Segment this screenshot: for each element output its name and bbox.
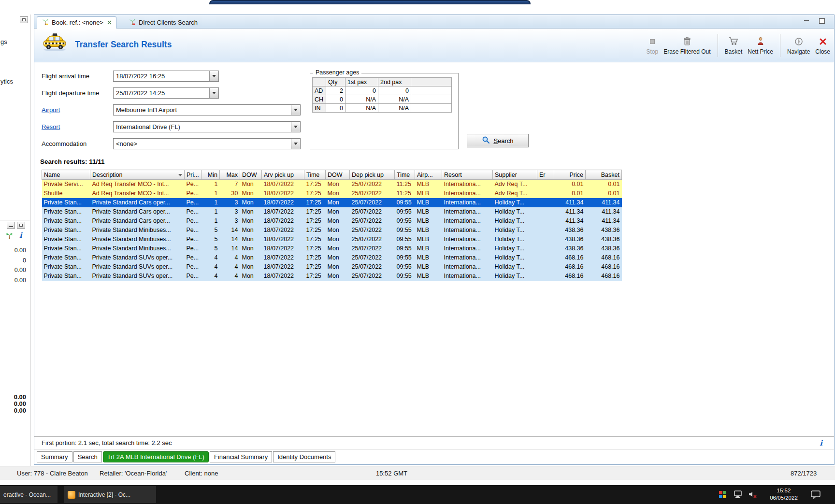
pane-minimize-button[interactable] bbox=[7, 222, 15, 229]
column-header[interactable]: Airp... bbox=[415, 170, 442, 180]
pax-row-children[interactable]: CH 0 N/A N/A bbox=[313, 95, 452, 104]
taskbar-item-2[interactable]: Interactive [2] - Oc... bbox=[64, 486, 156, 503]
flight-arrival-time-input[interactable] bbox=[114, 71, 209, 81]
info-icon[interactable]: i bbox=[19, 231, 22, 240]
column-header[interactable]: Price bbox=[554, 170, 586, 180]
flight-departure-time-input[interactable] bbox=[114, 88, 209, 98]
tab-direct-clients-search[interactable]: Direct Clients Search bbox=[124, 16, 202, 29]
column-header[interactable]: Supplier bbox=[493, 170, 537, 180]
screen: gs ytics i 0.00 0 0.00 0.00 0.00 0.00 0.… bbox=[0, 0, 835, 504]
column-header[interactable]: Dep pick up bbox=[350, 170, 395, 180]
result-cell: Internationa... bbox=[442, 235, 493, 244]
pane-restore-button[interactable] bbox=[17, 222, 25, 229]
panel-restore-button[interactable] bbox=[20, 16, 28, 23]
result-cell: 18/07/2022 bbox=[262, 207, 304, 216]
maximize-button[interactable] bbox=[818, 18, 825, 24]
notification-icon[interactable] bbox=[811, 490, 821, 501]
dropdown-button[interactable] bbox=[291, 105, 300, 115]
result-row[interactable]: Private Servi...Ad Req Transfer MCO - In… bbox=[42, 180, 622, 189]
page-title: Transfer Search Results bbox=[75, 40, 172, 50]
resort-field bbox=[113, 121, 301, 132]
dropdown-button[interactable] bbox=[291, 139, 300, 149]
tab-book-ref[interactable]: Book. ref.: <none> bbox=[37, 16, 116, 29]
column-header[interactable]: Er bbox=[537, 170, 554, 180]
result-row[interactable]: ShuttleAd Req Transfer MCO - Int...Pe...… bbox=[42, 189, 622, 198]
column-header[interactable]: DOW bbox=[326, 170, 350, 180]
column-header[interactable]: Name bbox=[42, 170, 90, 180]
result-cell: Mon bbox=[240, 244, 262, 253]
tab-identity-documents[interactable]: Identity Documents bbox=[273, 451, 335, 462]
result-cell: 25/07/2022 bbox=[350, 180, 395, 189]
column-header[interactable]: Arv pick up bbox=[262, 170, 304, 180]
network-icon[interactable] bbox=[734, 490, 743, 501]
result-cell: Private Standard Minibuses... bbox=[90, 235, 185, 244]
status-user: User: 778 - Claire Beaton bbox=[17, 470, 88, 477]
result-row[interactable]: Private Stan...Private Standard Cars ope… bbox=[42, 216, 622, 226]
result-row[interactable]: Private Stan...Private Standard Cars ope… bbox=[42, 207, 622, 216]
column-header[interactable]: Time bbox=[395, 170, 415, 180]
pax-row-adults[interactable]: AD 2 0 0 bbox=[313, 86, 452, 95]
result-cell: 09:55 bbox=[395, 244, 415, 253]
stop-button[interactable]: Stop bbox=[647, 36, 659, 55]
result-cell: 18/07/2022 bbox=[262, 272, 304, 281]
nett-price-button[interactable]: Nett Price bbox=[748, 36, 773, 55]
result-cell: 09:55 bbox=[395, 226, 415, 235]
search-button[interactable]: Search bbox=[467, 134, 529, 147]
erase-filtered-out-button[interactable]: Erase Filtered Out bbox=[663, 36, 710, 55]
column-header[interactable]: Description bbox=[90, 170, 185, 180]
dropdown-button[interactable] bbox=[209, 88, 218, 98]
pax-col-1st: 1st pax bbox=[346, 78, 378, 86]
tab-close-icon[interactable] bbox=[107, 20, 112, 25]
accommodation-input[interactable] bbox=[114, 139, 291, 149]
result-row[interactable]: Private Stan...Private Standard Minibuse… bbox=[42, 235, 622, 244]
result-cell: Private Stan... bbox=[42, 244, 90, 253]
info-icon[interactable]: i bbox=[820, 439, 822, 447]
result-row[interactable]: Private Stan...Private Standard SUVs ope… bbox=[42, 272, 622, 281]
left-mini-pane: i 0.00 0 0.00 0.00 0.00 0.00 0.00 bbox=[0, 220, 30, 466]
close-button[interactable]: Close bbox=[815, 36, 830, 55]
column-header[interactable]: Max bbox=[220, 170, 240, 180]
tab-search[interactable]: Search bbox=[73, 451, 102, 462]
resort-input[interactable] bbox=[114, 122, 291, 132]
result-cell: 7 bbox=[220, 180, 240, 189]
result-cell: 4 bbox=[220, 262, 240, 272]
result-cell: Holiday T... bbox=[493, 216, 537, 226]
flight-departure-time-field bbox=[113, 87, 219, 99]
panel-total: 0.00 bbox=[14, 407, 26, 414]
resort-link[interactable]: Resort bbox=[42, 123, 60, 130]
taskbar-item-1[interactable]: eractive - Ocean... bbox=[0, 486, 58, 503]
tab-summary[interactable]: Summary bbox=[37, 451, 72, 462]
result-cell: Mon bbox=[326, 244, 350, 253]
dropdown-button[interactable] bbox=[291, 122, 300, 132]
column-header[interactable]: Basket bbox=[586, 170, 622, 180]
result-row[interactable]: Private Stan...Private Standard Cars ope… bbox=[42, 198, 622, 207]
result-cell: 468.16 bbox=[554, 262, 586, 272]
airport-input[interactable] bbox=[114, 105, 291, 115]
result-row[interactable]: Private Stan...Private Standard Minibuse… bbox=[42, 244, 622, 253]
column-header[interactable]: DOW bbox=[240, 170, 262, 180]
dropdown-button[interactable] bbox=[209, 71, 218, 81]
tab-transfer-active[interactable]: Trf 2A MLB International Drive (FL) bbox=[103, 451, 209, 462]
tray-app-icon[interactable] bbox=[719, 491, 726, 498]
navigate-button[interactable]: Navigate bbox=[787, 36, 810, 55]
column-header[interactable]: Pri... bbox=[185, 170, 202, 180]
pax-row-infants[interactable]: IN 0 N/A N/A bbox=[313, 104, 452, 113]
result-cell: Mon bbox=[326, 235, 350, 244]
column-header[interactable]: Resort bbox=[442, 170, 493, 180]
status-pages: 872/1723 bbox=[791, 470, 817, 477]
minimize-button[interactable] bbox=[803, 18, 810, 24]
volume-muted-icon[interactable] bbox=[748, 490, 757, 501]
column-header[interactable]: Time bbox=[304, 170, 326, 180]
result-cell: Pe... bbox=[185, 189, 202, 198]
tab-financial-summary[interactable]: Financial Summary bbox=[210, 451, 272, 462]
result-row[interactable]: Private Stan...Private Standard SUVs ope… bbox=[42, 253, 622, 262]
airport-link[interactable]: Airport bbox=[42, 106, 60, 114]
column-header[interactable]: Min bbox=[202, 170, 220, 180]
tray-clock[interactable]: 15:52 06/05/2022 bbox=[764, 487, 803, 502]
result-cell: 0.01 bbox=[554, 189, 586, 198]
basket-button[interactable]: Basket bbox=[725, 36, 743, 55]
result-row[interactable]: Private Stan...Private Standard Minibuse… bbox=[42, 226, 622, 235]
result-cell: Holiday T... bbox=[493, 226, 537, 235]
result-row[interactable]: Private Stan...Private Standard SUVs ope… bbox=[42, 262, 622, 272]
result-cell: Mon bbox=[326, 198, 350, 207]
